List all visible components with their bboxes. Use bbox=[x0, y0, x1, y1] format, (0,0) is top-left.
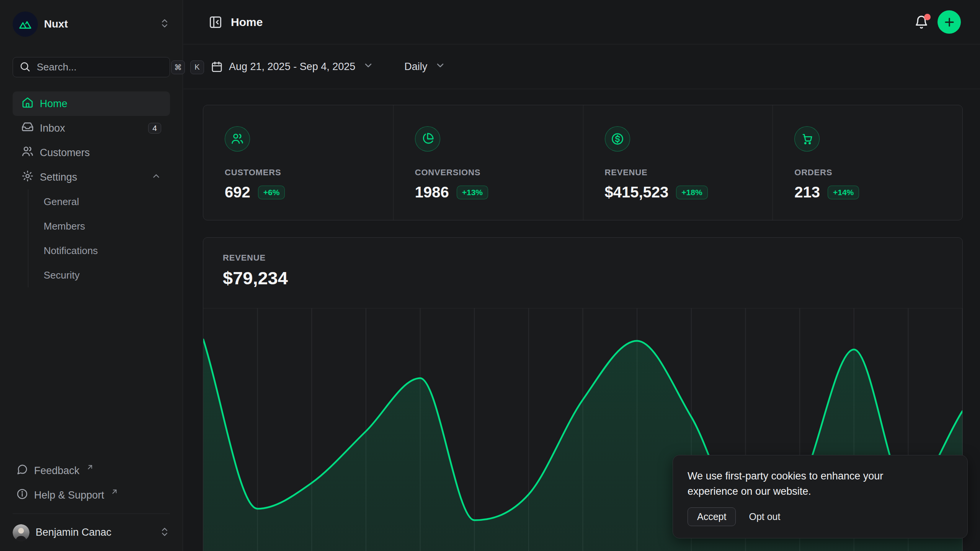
notifications-button[interactable] bbox=[914, 15, 929, 30]
help-support-label: Help & Support bbox=[34, 489, 104, 501]
user-name: Benjamin Canac bbox=[36, 527, 153, 538]
stat-customers: CUSTOMERS 692 +6% bbox=[203, 105, 393, 220]
stat-label: CONVERSIONS bbox=[415, 168, 583, 178]
stat-delta-badge: +13% bbox=[457, 186, 488, 199]
sidebar-nav: Home Inbox 4 Customers Settings bbox=[13, 91, 170, 287]
stat-value: 213 bbox=[794, 184, 820, 201]
users-icon bbox=[21, 145, 34, 160]
filters-toolbar: Aug 21, 2025 - Sep 4, 2025 Daily bbox=[183, 44, 980, 89]
notification-dot bbox=[924, 14, 931, 20]
sidebar-subitem-label: Members bbox=[44, 220, 167, 232]
stats-row: CUSTOMERS 692 +6% CONVERSIONS 1986 +13% bbox=[203, 105, 963, 220]
users-icon bbox=[225, 126, 250, 152]
feedback-label: Feedback bbox=[34, 465, 80, 477]
kbd-meta: ⌘ bbox=[171, 60, 185, 74]
settings-subnav: General Members Notifications Security bbox=[28, 189, 170, 287]
stat-value: 692 bbox=[225, 184, 250, 201]
sidebar-item-inbox[interactable]: Inbox 4 bbox=[13, 116, 170, 140]
message-bubble-icon bbox=[16, 464, 28, 478]
sidebar-item-customers[interactable]: Customers bbox=[13, 140, 170, 165]
sidebar-item-label: Settings bbox=[40, 171, 145, 183]
granularity-value: Daily bbox=[404, 61, 427, 73]
revenue-chart-label: REVENUE bbox=[223, 253, 962, 263]
sidebar-item-security[interactable]: Security bbox=[41, 263, 170, 287]
stat-label: CUSTOMERS bbox=[225, 168, 393, 178]
revenue-chart-total: $79,234 bbox=[223, 267, 962, 289]
gear-icon bbox=[21, 170, 34, 185]
cookie-banner: We use first-party cookies to enhance yo… bbox=[673, 455, 968, 538]
stat-orders: ORDERS 213 +14% bbox=[773, 105, 962, 220]
dashboard-root: Nuxt ⌘ K Home Inbo bbox=[0, 0, 980, 551]
opt-out-button[interactable]: Opt out bbox=[749, 508, 780, 526]
shopping-cart-icon bbox=[794, 126, 820, 152]
stat-delta-badge: +14% bbox=[828, 186, 859, 199]
search-bar: ⌘ K bbox=[13, 57, 170, 77]
sidebar-item-label: Inbox bbox=[40, 122, 142, 134]
add-button[interactable] bbox=[938, 10, 961, 34]
stat-delta-badge: +6% bbox=[258, 186, 285, 199]
sidebar-item-general[interactable]: General bbox=[41, 189, 170, 214]
info-circle-icon bbox=[16, 488, 28, 502]
chevron-down-icon bbox=[363, 60, 374, 73]
stat-value: 1986 bbox=[415, 184, 449, 201]
sidebar-subitem-label: Security bbox=[44, 269, 167, 281]
workspace-name: Nuxt bbox=[44, 18, 153, 30]
user-menu[interactable]: Benjamin Canac bbox=[9, 514, 174, 551]
circle-dollar-icon bbox=[605, 126, 630, 152]
sidebar-item-home[interactable]: Home bbox=[13, 91, 170, 116]
sidebar-item-label: Home bbox=[40, 98, 161, 110]
external-link-icon bbox=[87, 461, 93, 473]
pie-chart-icon bbox=[415, 126, 440, 152]
feedback-link[interactable]: Feedback bbox=[13, 458, 170, 483]
date-range-picker[interactable]: Aug 21, 2025 - Sep 4, 2025 bbox=[209, 60, 376, 74]
sidebar-item-label: Customers bbox=[40, 147, 161, 159]
chevron-up-icon bbox=[151, 171, 161, 184]
stat-value: $415,523 bbox=[605, 184, 669, 201]
chevrons-up-down-icon bbox=[159, 18, 170, 30]
search-input[interactable] bbox=[36, 61, 166, 73]
sidebar-item-members[interactable]: Members bbox=[41, 214, 170, 238]
granularity-select[interactable]: Daily bbox=[402, 60, 448, 74]
chevrons-up-down-icon bbox=[159, 527, 170, 539]
cookie-message: We use first-party cookies to enhance yo… bbox=[688, 468, 913, 499]
sidebar-item-notifications[interactable]: Notifications bbox=[41, 238, 170, 263]
accept-button[interactable]: Accept bbox=[688, 507, 736, 526]
stat-conversions: CONVERSIONS 1986 +13% bbox=[393, 105, 583, 220]
collapse-sidebar-button[interactable] bbox=[209, 15, 222, 29]
stat-delta-badge: +18% bbox=[676, 186, 707, 199]
panel-left-close-icon bbox=[209, 15, 222, 29]
external-link-icon bbox=[111, 486, 118, 498]
stat-revenue: REVENUE $415,523 +18% bbox=[583, 105, 773, 220]
help-support-link[interactable]: Help & Support bbox=[13, 483, 170, 507]
sidebar: Nuxt ⌘ K Home Inbo bbox=[0, 0, 183, 551]
page-title: Home bbox=[231, 16, 905, 29]
stat-label: ORDERS bbox=[794, 168, 962, 178]
sidebar-item-settings[interactable]: Settings bbox=[13, 165, 170, 189]
sidebar-subitem-label: General bbox=[44, 196, 167, 208]
sidebar-subitem-label: Notifications bbox=[44, 245, 167, 257]
stat-label: REVENUE bbox=[605, 168, 773, 178]
inbox-count-badge: 4 bbox=[148, 123, 161, 134]
sidebar-footer: Feedback Help & Support bbox=[0, 458, 183, 514]
calendar-icon bbox=[211, 61, 223, 73]
plus-icon bbox=[943, 16, 956, 29]
home-icon bbox=[21, 96, 34, 111]
search-icon bbox=[19, 61, 31, 74]
inbox-icon bbox=[21, 121, 34, 136]
date-range-value: Aug 21, 2025 - Sep 4, 2025 bbox=[229, 61, 355, 73]
page-header: Home bbox=[183, 0, 980, 44]
nuxt-logo-icon bbox=[13, 11, 38, 37]
avatar bbox=[13, 524, 29, 541]
chevron-down-icon bbox=[435, 60, 446, 73]
workspace-switcher[interactable]: Nuxt bbox=[9, 11, 174, 37]
